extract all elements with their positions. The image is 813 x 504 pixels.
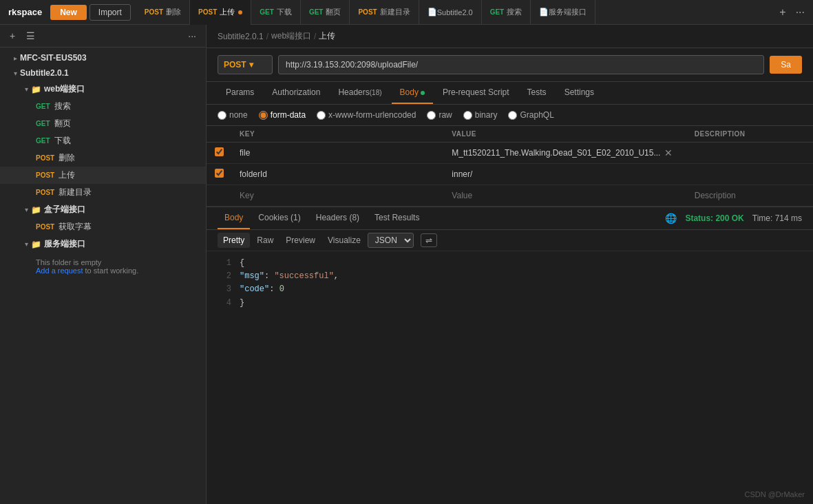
sidebar-method-label: POST xyxy=(36,171,54,179)
method-select[interactable]: POST ▾ xyxy=(218,55,273,74)
code-text: } xyxy=(240,297,244,310)
body-options: noneform-datax-www-form-urlencodedrawbin… xyxy=(207,105,813,126)
main-layout: + ☰ ··· ▸MFC-SIT-EUS503▾Subtitle2.0.1▾📁w… xyxy=(0,25,813,504)
req-tab-headers[interactable]: Headers(18) xyxy=(330,82,390,104)
body-option-radio-none[interactable] xyxy=(218,111,226,120)
body-option-label: form-data xyxy=(271,110,306,120)
line-number: 2 xyxy=(212,270,231,283)
chevron-icon: ▾ xyxy=(25,240,28,248)
tab-翻页[interactable]: GET翻页 xyxy=(301,0,350,25)
add-tab-button[interactable]: + xyxy=(777,5,788,20)
placeholder-key-input[interactable] xyxy=(231,185,443,206)
tab-上传[interactable]: POST上传 xyxy=(190,0,251,25)
row-key-input-0[interactable] xyxy=(231,143,443,163)
tab-dot xyxy=(238,10,242,14)
sidebar-item-get-search[interactable]: GET搜索 xyxy=(0,98,206,115)
filter-button[interactable]: ☰ xyxy=(23,29,38,43)
sidebar-header: + ☰ ··· xyxy=(0,25,206,48)
row-checkbox-0[interactable] xyxy=(215,147,224,156)
sidebar-item-post-delete[interactable]: POST删除 xyxy=(0,149,206,167)
tab-Subtitle2.0[interactable]: 📄 Subtitle2.0 xyxy=(419,0,482,25)
code-tab-preview[interactable]: Preview xyxy=(280,233,321,248)
body-option-radio-urlencoded[interactable] xyxy=(317,111,326,120)
sidebar-method-label: GET xyxy=(36,137,50,145)
code-tab-visualize[interactable]: Visualize xyxy=(322,233,366,248)
sidebar-item-post-upload[interactable]: POST上传 xyxy=(0,167,206,184)
sidebar-item-post-mkdir[interactable]: POST新建目录 xyxy=(0,184,206,201)
sidebar-item-get-download[interactable]: GET下载 xyxy=(0,132,206,149)
save-button[interactable]: Sa xyxy=(770,56,802,74)
tab-下载[interactable]: GET下载 xyxy=(251,0,301,25)
breadcrumb-part[interactable]: web端接口 xyxy=(271,30,311,42)
body-option-radio-binary[interactable] xyxy=(463,111,472,120)
resp-tab-cookies(1)[interactable]: Cookies (1) xyxy=(251,207,307,229)
sidebar-item-server[interactable]: ▾📁服务端接口 xyxy=(0,235,206,253)
add-request-link[interactable]: Add a request xyxy=(36,266,83,275)
sidebar-item-web[interactable]: ▾📁web端接口 xyxy=(0,81,206,98)
breadcrumb-separator: / xyxy=(314,32,316,41)
body-option-radio-graphql[interactable] xyxy=(508,111,517,120)
req-tab-settings[interactable]: Settings xyxy=(556,82,602,104)
file-chip: M_tt1520211_The.Walking.Dead_S01_E02_201… xyxy=(443,143,686,162)
row-desc-input-1[interactable] xyxy=(686,164,813,185)
tab-新建目录[interactable]: POST新建目录 xyxy=(350,0,419,25)
req-tab-authorization[interactable]: Authorization xyxy=(264,82,328,104)
req-tab-params[interactable]: Params xyxy=(218,82,262,104)
req-tab-pre-requestscript[interactable]: Pre-request Script xyxy=(434,82,518,104)
row-desc-input-0[interactable] xyxy=(686,143,813,163)
tab-搜索[interactable]: GET搜索 xyxy=(482,0,531,25)
row-key-input-1[interactable] xyxy=(231,164,443,185)
form-row-1 xyxy=(207,164,813,185)
wrap-button[interactable]: ⇌ xyxy=(421,233,437,247)
sidebar: + ☰ ··· ▸MFC-SIT-EUS503▾Subtitle2.0.1▾📁w… xyxy=(0,25,207,504)
sidebar-item-post-subtitle[interactable]: POST获取字幕 xyxy=(0,218,206,235)
body-option-urlencoded[interactable]: x-www-form-urlencoded xyxy=(317,110,416,120)
sidebar-item-mfc[interactable]: ▸MFC-SIT-EUS503 xyxy=(0,50,206,65)
body-option-radio-form-data[interactable] xyxy=(259,111,268,120)
add-collection-button[interactable]: + xyxy=(7,29,18,43)
sidebar-item-subtitle[interactable]: ▾Subtitle2.0.1 xyxy=(0,65,206,81)
body-option-binary[interactable]: binary xyxy=(463,110,498,120)
body-option-raw[interactable]: raw xyxy=(427,110,452,120)
tab-method: POST xyxy=(198,8,217,16)
resp-tab-testresults[interactable]: Test Results xyxy=(368,207,426,229)
sidebar-item-get-page[interactable]: GET翻页 xyxy=(0,115,206,132)
resp-tab-body[interactable]: Body xyxy=(218,207,250,229)
placeholder-value-input[interactable] xyxy=(443,185,686,206)
tab-label: 删除 xyxy=(166,7,181,17)
globe-icon: 🌐 xyxy=(665,213,677,224)
remove-file-button[interactable]: ✕ xyxy=(664,147,673,158)
format-select[interactable]: JSONHTMLXMLText xyxy=(368,233,414,248)
tab-label: 新建目录 xyxy=(380,7,410,17)
body-option-none[interactable]: none xyxy=(218,110,248,120)
tab-服务端接口[interactable]: 📄 服务端接口 xyxy=(531,0,595,25)
content-area: Subtitle2.0.1/web端接口/上传 POST ▾ Sa Params… xyxy=(207,25,813,504)
method-label: POST xyxy=(224,60,246,70)
body-option-graphql[interactable]: GraphQL xyxy=(508,110,553,120)
sidebar-item-box[interactable]: ▾📁盒子端接口 xyxy=(0,201,206,218)
code-line: 4} xyxy=(207,297,813,310)
code-tab-pretty[interactable]: Pretty xyxy=(218,233,250,248)
row-value-input-1[interactable] xyxy=(443,164,686,185)
req-tab-tests[interactable]: Tests xyxy=(519,82,555,104)
sidebar-item-label: MFC-SIT-EUS503 xyxy=(20,53,87,63)
tab-删除[interactable]: POST删除 xyxy=(136,0,190,25)
url-input[interactable] xyxy=(278,55,764,74)
new-button[interactable]: New xyxy=(50,5,87,20)
col-key-header: KEY xyxy=(231,126,443,143)
import-button[interactable]: Import xyxy=(89,4,131,21)
body-option-form-data[interactable]: form-data xyxy=(259,110,306,120)
req-tab-body[interactable]: Body xyxy=(392,82,433,104)
form-placeholder-row xyxy=(207,185,813,207)
breadcrumb-part[interactable]: Subtitle2.0.1 xyxy=(218,32,264,41)
resp-tab-headers(8)[interactable]: Headers (8) xyxy=(309,207,366,229)
sidebar-method-label: POST xyxy=(36,189,54,196)
placeholder-desc-input[interactable] xyxy=(686,185,813,206)
body-option-label: none xyxy=(229,110,248,120)
more-tabs-button[interactable]: ··· xyxy=(793,5,807,20)
code-tab-raw[interactable]: Raw xyxy=(251,233,279,248)
body-option-radio-raw[interactable] xyxy=(427,111,436,120)
row-checkbox-1[interactable] xyxy=(215,169,224,178)
sidebar-more-button[interactable]: ··· xyxy=(185,29,199,43)
req-tab-label: Authorization xyxy=(272,87,320,97)
